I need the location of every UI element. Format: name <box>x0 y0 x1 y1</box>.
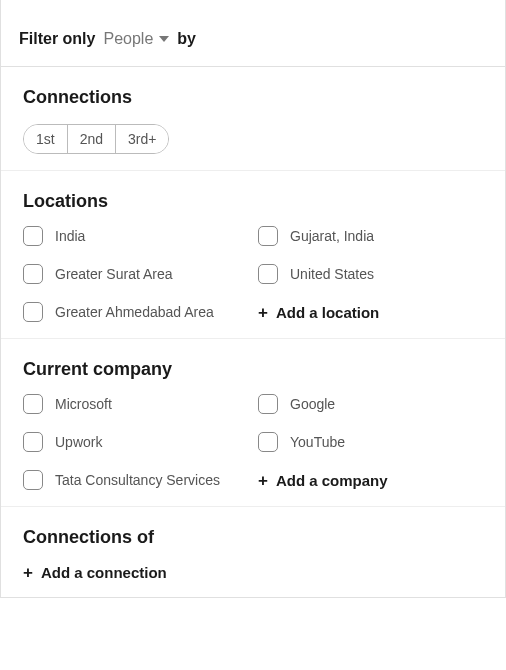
location-checkbox-gujarat[interactable]: Gujarat, India <box>258 226 483 246</box>
section-connections-of: Connections of + Add a connection <box>1 507 505 597</box>
checkbox-label: Greater Surat Area <box>55 266 173 282</box>
checkbox-label: Google <box>290 396 335 412</box>
plus-icon: + <box>258 472 268 489</box>
company-checkbox-microsoft[interactable]: Microsoft <box>23 394 248 414</box>
checkbox-icon <box>258 394 278 414</box>
section-locations: Locations India Gujarat, India Greater S… <box>1 171 505 339</box>
checkbox-icon <box>258 264 278 284</box>
checkbox-icon <box>23 264 43 284</box>
entity-type-value: People <box>103 30 153 48</box>
location-checkbox-surat[interactable]: Greater Surat Area <box>23 264 248 284</box>
company-checkbox-tcs[interactable]: Tata Consultancy Services <box>23 470 248 490</box>
checkbox-icon <box>258 226 278 246</box>
entity-type-dropdown[interactable]: People <box>103 30 169 48</box>
checkbox-label: Microsoft <box>55 396 112 412</box>
checkbox-label: Gujarat, India <box>290 228 374 244</box>
add-company-link[interactable]: + Add a company <box>258 470 483 490</box>
degree-3rd-plus[interactable]: 3rd+ <box>115 125 168 153</box>
company-checkbox-youtube[interactable]: YouTube <box>258 432 483 452</box>
location-checkbox-india[interactable]: India <box>23 226 248 246</box>
add-company-label: Add a company <box>276 472 388 489</box>
plus-icon: + <box>23 564 33 581</box>
section-company: Current company Microsoft Google Upwork … <box>1 339 505 507</box>
add-location-label: Add a location <box>276 304 379 321</box>
checkbox-label: Greater Ahmedabad Area <box>55 304 214 320</box>
checkbox-label: YouTube <box>290 434 345 450</box>
add-connection-link[interactable]: + Add a connection <box>23 564 483 581</box>
add-location-link[interactable]: + Add a location <box>258 302 483 322</box>
company-checkbox-upwork[interactable]: Upwork <box>23 432 248 452</box>
checkbox-icon <box>23 394 43 414</box>
checkbox-label: Upwork <box>55 434 102 450</box>
add-connection-label: Add a connection <box>41 564 167 581</box>
checkbox-label: India <box>55 228 85 244</box>
section-title-connections: Connections <box>23 87 483 108</box>
plus-icon: + <box>258 304 268 321</box>
filter-only-label: Filter only <box>19 30 95 48</box>
connection-degree-group: 1st 2nd 3rd+ <box>23 124 169 154</box>
section-title-connections-of: Connections of <box>23 527 483 548</box>
filter-by-label: by <box>177 30 196 48</box>
company-checkbox-google[interactable]: Google <box>258 394 483 414</box>
checkbox-icon <box>23 226 43 246</box>
section-title-company: Current company <box>23 359 483 380</box>
checkbox-label: United States <box>290 266 374 282</box>
section-title-locations: Locations <box>23 191 483 212</box>
checkbox-icon <box>23 432 43 452</box>
checkbox-icon <box>23 470 43 490</box>
filter-header: Filter only People by <box>0 0 506 66</box>
checkbox-label: Tata Consultancy Services <box>55 472 220 488</box>
location-checkbox-us[interactable]: United States <box>258 264 483 284</box>
degree-1st[interactable]: 1st <box>24 125 67 153</box>
caret-down-icon <box>159 36 169 42</box>
location-checkbox-ahmedabad[interactable]: Greater Ahmedabad Area <box>23 302 248 322</box>
section-connections: Connections 1st 2nd 3rd+ <box>1 67 505 171</box>
checkbox-icon <box>23 302 43 322</box>
checkbox-icon <box>258 432 278 452</box>
filters-panel: Connections 1st 2nd 3rd+ Locations India… <box>0 66 506 598</box>
degree-2nd[interactable]: 2nd <box>67 125 115 153</box>
